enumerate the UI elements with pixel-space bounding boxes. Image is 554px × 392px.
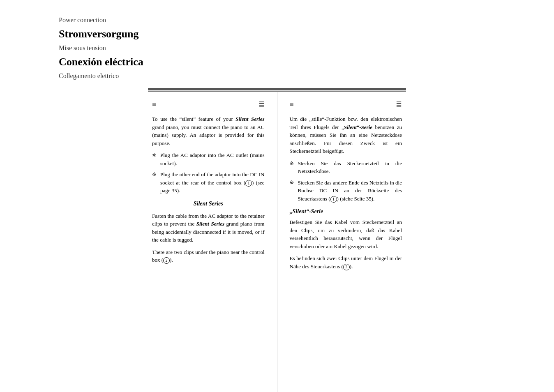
- left-bullet-1: Plug the AC adaptor into the AC outlet (…: [152, 151, 265, 167]
- left-section-title: Silent Series: [152, 201, 265, 207]
- title-english: Power connection: [59, 16, 554, 24]
- right-bullet-2: Stecken Sie das andere Ende des Netzteil…: [290, 179, 402, 203]
- left-icon-1: ≡: [152, 100, 156, 109]
- column-left: ≡ ≣ To use the “silent” feature of your …: [148, 92, 277, 392]
- right-icon-1: ≡: [290, 100, 294, 109]
- title-spanish: Conexión eléctrica: [59, 56, 554, 68]
- column-right: ≡ ≣ Um die „stille“-Funktion bzw. den el…: [277, 92, 406, 392]
- circle-2: 2: [163, 257, 170, 264]
- title-french: Mise sous tension: [59, 44, 554, 52]
- left-column-header: ≡ ≣: [152, 100, 265, 109]
- right-body-2: Befestigen Sie das Kabel vom Steckernetz…: [290, 218, 402, 250]
- left-bullet-2: Plug the other end of the adaptor into t…: [152, 171, 265, 195]
- right-bullet-1: Stecken Sie das Steckernetzteil in die N…: [290, 159, 402, 175]
- bottom-section: ≡ ≣ To use the “silent” feature of your …: [0, 88, 554, 392]
- title-german: Stromversorgung: [59, 28, 554, 40]
- left-intro: To use the “silent” feature of your Sile…: [152, 115, 265, 147]
- columns-wrapper: ≡ ≣ To use the “silent” feature of your …: [148, 92, 406, 392]
- title-italian: Collegamento elettrico: [59, 72, 554, 80]
- top-section: Power connection Stromversorgung Mise so…: [0, 0, 554, 88]
- right-icon-2: ≣: [396, 100, 402, 109]
- page: Power connection Stromversorgung Mise so…: [0, 0, 554, 392]
- circle-r2: 2: [343, 264, 350, 270]
- left-body-2: Fasten the cable from the AC adaptor to …: [152, 212, 265, 244]
- right-intro: Um die „stille“-Funktion bzw. den elektr…: [290, 115, 402, 155]
- right-body-3: Es befinden sich zwei Clips unter dem Fl…: [290, 254, 402, 270]
- circle-1: 1: [245, 180, 252, 187]
- circle-r1: 1: [330, 196, 337, 203]
- left-icon-2: ≣: [259, 100, 265, 109]
- right-column-header: ≡ ≣: [290, 100, 402, 109]
- or-text: or: [255, 229, 260, 235]
- left-body-3: There are two clips under the piano near…: [152, 248, 265, 264]
- header-bar-thick: [148, 88, 406, 90]
- right-section-title: „Silent“-Serie: [290, 208, 402, 215]
